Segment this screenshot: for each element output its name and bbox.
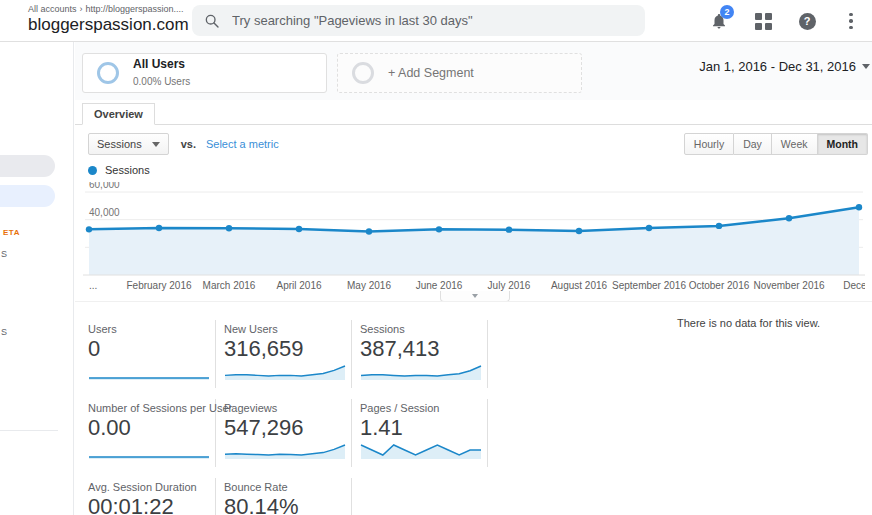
metric-card-new-users: New Users 316,659 <box>216 320 352 388</box>
notification-badge: 2 <box>720 5 734 19</box>
add-segment-label: + Add Segment <box>388 66 474 80</box>
kebab-menu-icon <box>849 13 853 30</box>
add-segment-button[interactable]: + Add Segment <box>337 53 582 93</box>
svg-text:August 2016: August 2016 <box>551 280 608 291</box>
svg-text:July 2016: July 2016 <box>488 280 531 291</box>
metric-select[interactable]: Sessions <box>88 133 169 155</box>
property-name: bloggerspassion.com <box>28 15 189 35</box>
metric-value: 547,296 <box>224 415 351 441</box>
segment-title: All Users <box>133 57 190 71</box>
segment-circle-icon <box>352 62 374 84</box>
metric-card-empty <box>352 478 488 515</box>
metric-value: 387,413 <box>360 336 487 362</box>
breadcrumb-all-accounts[interactable]: All accounts <box>28 4 77 14</box>
svg-text:February 2016: February 2016 <box>126 280 191 291</box>
metric-card-pageviews: Pageviews 547,296 <box>216 399 352 467</box>
metric-label: Bounce Rate <box>224 481 351 493</box>
metric-label: Pages / Session <box>360 402 487 414</box>
top-app-bar: All accounts›http://bloggerspassion.... … <box>0 0 872 42</box>
svg-text:Dece...: Dece... <box>843 280 865 291</box>
no-data-message: There is no data for this view. <box>677 317 820 329</box>
property-selector[interactable]: bloggerspassion.com <box>28 15 204 35</box>
metrics-row: Users 0 New Users 316,659 Sessions 387,4… <box>80 320 488 388</box>
metrics-row: Avg. Session Duration 00:01:22 Bounce Ra… <box>80 478 488 515</box>
sessions-line-chart[interactable]: 20,00040,00060,000...February 2016March … <box>83 182 865 298</box>
chart-controls: Sessions vs. Select a metric Hourly Day … <box>88 132 868 156</box>
date-range-picker[interactable]: Jan 1, 2016 - Dec 31, 2016 <box>699 59 870 74</box>
notifications-button[interactable]: 2 <box>708 10 730 32</box>
series-dot-icon <box>88 166 97 175</box>
chart-legend: Sessions <box>88 164 150 176</box>
main-content: All Users 0.00% Users + Add Segment Jan … <box>75 42 872 515</box>
sidebar-item-selected[interactable] <box>0 185 55 207</box>
metric-value: 80.14% <box>224 494 351 515</box>
metric-card-sessions-per-user: Number of Sessions per User 0.00 <box>80 399 216 467</box>
svg-text:October 2016: October 2016 <box>689 280 750 291</box>
metric-label: Avg. Session Duration <box>88 481 215 493</box>
svg-text:May 2016: May 2016 <box>347 280 391 291</box>
svg-text:April 2016: April 2016 <box>276 280 321 291</box>
global-search <box>192 5 645 36</box>
svg-text:60,000: 60,000 <box>89 182 120 190</box>
metric-value: 0 <box>88 336 215 362</box>
time-granularity-toggle: Hourly Day Week Month <box>684 133 868 155</box>
chevron-down-icon <box>472 294 478 298</box>
left-nav-sidebar: ETA S S <box>0 42 74 515</box>
select-metric-link[interactable]: Select a metric <box>206 138 279 150</box>
sidebar-item-label-fragment[interactable]: S <box>1 249 7 259</box>
metric-card-bounce-rate: Bounce Rate 80.14% <box>216 478 352 515</box>
metric-card-sessions: Sessions 387,413 <box>352 320 488 388</box>
granularity-week-button[interactable]: Week <box>772 133 818 155</box>
vs-label: vs. <box>181 138 196 150</box>
metric-card-users: Users 0 <box>80 320 216 388</box>
metric-label: Users <box>88 323 215 335</box>
segment-all-users[interactable]: All Users 0.00% Users <box>82 53 327 93</box>
header-actions: 2 ? <box>708 0 862 42</box>
date-range-value: Jan 1, 2016 - Dec 31, 2016 <box>699 59 856 74</box>
granularity-hourly-button[interactable]: Hourly <box>684 133 734 155</box>
metric-label: Sessions <box>360 323 487 335</box>
summary-metrics: Users 0 New Users 316,659 Sessions 387,4… <box>80 320 488 515</box>
diagnostics-button[interactable] <box>752 10 774 32</box>
metric-value: 0.00 <box>88 415 215 441</box>
metric-label: Pageviews <box>224 402 351 414</box>
granularity-month-button[interactable]: Month <box>818 133 869 155</box>
help-button[interactable]: ? <box>796 10 818 32</box>
svg-text:...: ... <box>89 280 97 291</box>
segment-strip: All Users 0.00% Users + Add Segment Jan … <box>75 42 872 100</box>
metrics-row: Number of Sessions per User 0.00 Pagevie… <box>80 399 488 467</box>
legend-label: Sessions <box>105 164 150 176</box>
metric-sparkline <box>360 364 487 384</box>
svg-text:November 2016: November 2016 <box>753 280 825 291</box>
breadcrumb: All accounts›http://bloggerspassion.... <box>28 4 184 14</box>
sidebar-item-hovered[interactable] <box>0 155 55 177</box>
metric-card-pages-per-session: Pages / Session 1.41 <box>352 399 488 467</box>
metric-label: New Users <box>224 323 351 335</box>
search-icon <box>204 13 220 29</box>
tab-overview[interactable]: Overview <box>82 103 155 125</box>
svg-text:June 2016: June 2016 <box>416 280 463 291</box>
granularity-day-button[interactable]: Day <box>734 133 772 155</box>
analytics-overview-page: { "header": { "breadcrumb": { "root": "A… <box>0 0 872 515</box>
sidebar-item-label-fragment[interactable]: S <box>1 327 7 337</box>
metric-sparkline <box>224 443 351 463</box>
metric-value: 00:01:22 <box>88 494 215 515</box>
sidebar-divider <box>0 430 58 431</box>
metric-sparkline <box>224 364 351 384</box>
metric-value: 316,659 <box>224 336 351 362</box>
panel-divider <box>75 301 872 302</box>
search-input[interactable] <box>232 13 633 28</box>
grid-icon <box>755 13 772 30</box>
help-icon: ? <box>799 13 816 30</box>
metric-sparkline <box>88 364 215 384</box>
chevron-down-icon <box>862 64 870 69</box>
breadcrumb-property-url[interactable]: http://bloggerspassion.... <box>86 4 184 14</box>
chevron-down-icon <box>152 142 160 147</box>
svg-text:March 2016: March 2016 <box>203 280 256 291</box>
metric-sparkline <box>88 443 215 463</box>
breadcrumb-separator-icon: › <box>80 4 83 14</box>
metric-sparkline <box>360 443 487 463</box>
more-options-button[interactable] <box>840 10 862 32</box>
segment-subtitle: 0.00% Users <box>133 76 190 87</box>
svg-text:September 2016: September 2016 <box>612 280 686 291</box>
